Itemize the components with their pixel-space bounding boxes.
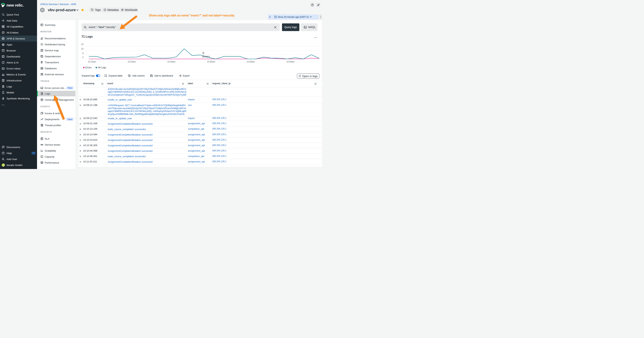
svg-text:10:40am: 10:40am xyxy=(286,61,294,63)
svg-text:5: 5 xyxy=(82,52,84,55)
svg-text:10:30am: 10:30am xyxy=(207,61,215,63)
svg-text:10: 10 xyxy=(81,48,84,50)
svg-text:10:25am: 10:25am xyxy=(167,61,176,63)
svg-text:10:35am: 10:35am xyxy=(247,61,255,63)
svg-text:10:15am: 10:15am xyxy=(88,61,96,63)
svg-text:0: 0 xyxy=(82,56,84,59)
svg-text:15: 15 xyxy=(81,43,84,46)
svg-text:10:20am: 10:20am xyxy=(128,61,136,63)
svg-text:new relic.: new relic. xyxy=(6,3,24,7)
svg-text:0: 0 xyxy=(202,52,204,55)
svg-text:Errors: Errors xyxy=(202,55,210,58)
